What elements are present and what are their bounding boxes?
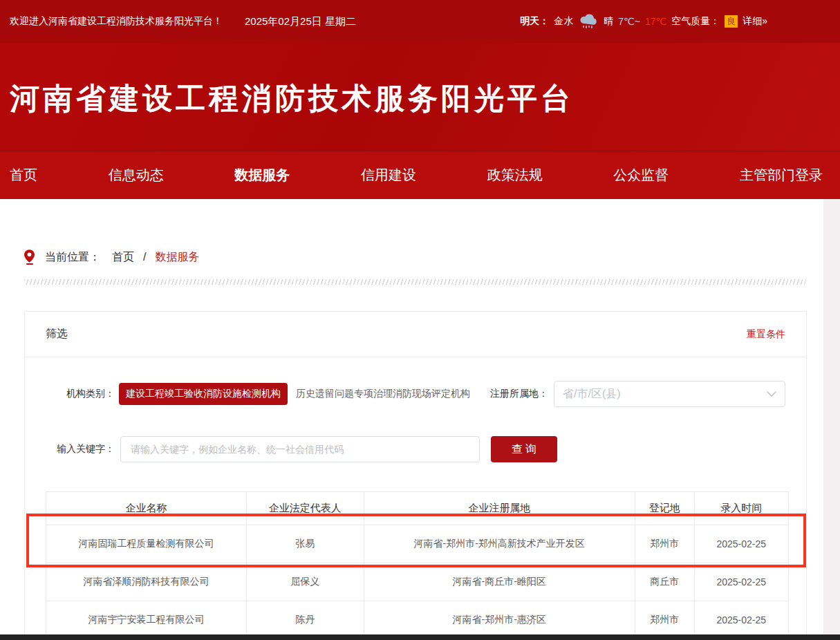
table-cell: 2025-02-25 [694,525,788,563]
column-header: 录入时间 [694,492,788,525]
main-content: 当前位置： 首页 / 数据服务 筛选 重置条件 机构类别： 建设工程竣工验收消防… [0,199,840,634]
nav-item-7[interactable]: 主管部门登录 [740,166,823,185]
table-row: 河南省泽顺消防科技有限公司屈保义河南省-商丘市-睢阳区商丘市2025-02-25 [46,563,789,601]
results-table: 企业名称企业法定代表人企业注册属地登记地录入时间 河南固瑞工程质量检测有限公司张… [46,491,789,634]
aqi-badge: 良 [725,15,738,28]
table-cell: 河南省-郑州市-郑州高新技术产业开发区 [364,525,635,563]
table-cell: 河南省-商丘市-睢阳区 [364,563,635,601]
top-info-bar: 欢迎进入河南省建设工程消防技术服务阳光平台！ 2025年02月25日 星期二 明… [0,0,840,43]
nav-item-3[interactable]: 数据服务 [234,166,290,185]
footer-bar [0,634,840,640]
table-cell: 河南固瑞工程质量检测有限公司 [46,525,247,563]
reset-conditions-link[interactable]: 重置条件 [747,328,785,341]
breadcrumb-label: 当前位置： [45,250,100,265]
keyword-input[interactable] [120,436,480,462]
date-text: 2025年02月25日 星期二 [245,15,356,28]
weather-tomorrow-label: 明天： [520,15,549,28]
table-cell: 2025-02-25 [694,563,788,601]
category-options: 建设工程竣工验收消防设施检测机构历史遗留问题专项治理消防现场评定机构 [115,383,470,405]
weather-detail-link[interactable]: 详细» [743,15,767,28]
nav-item-6[interactable]: 公众监督 [613,166,669,185]
table-row: 河南固瑞工程质量检测有限公司张易河南省-郑州市-郑州高新技术产业开发区郑州市20… [46,525,789,563]
table-header-row: 企业名称企业法定代表人企业注册属地登记地录入时间 [46,492,789,525]
nav-item-5[interactable]: 政策法规 [487,166,543,185]
weather-widget: 明天： 金水 晴 7℃~ 17℃ 空气质量： 良 详细» [520,13,767,30]
filter-card-header: 筛选 重置条件 [25,312,806,357]
category-option-1[interactable]: 建设工程竣工验收消防设施检测机构 [119,383,288,405]
keyword-filter-row: 输入关键字： 查 询 [46,436,785,462]
column-header: 登记地 [635,492,694,525]
welcome-text: 欢迎进入河南省建设工程消防技术服务阳光平台！ [10,15,223,28]
column-header: 企业法定代表人 [246,492,364,525]
category-label: 机构类别： [46,388,115,400]
nav-item-1[interactable]: 首页 [10,166,37,185]
table-cell: 郑州市 [635,525,694,563]
aqi-label: 空气质量： [671,15,720,28]
scrollbar-strip[interactable] [823,199,840,634]
breadcrumb-separator: / [143,251,146,263]
region-select-placeholder: 省/市/区(县) [563,387,621,402]
table-cell: 河南省-郑州市-惠济区 [364,601,635,635]
column-header: 企业名称 [46,492,247,525]
table-cell: 河南省泽顺消防科技有限公司 [46,563,247,601]
chevron-down-icon [767,391,776,397]
site-title: 河南省建设工程消防技术服务阳光平台 [10,79,574,119]
temp-low: 7℃~ [618,16,640,27]
table-row: 河南宇宁安装工程有限公司陈丹河南省-郑州市-惠济区郑州市2025-02-25 [46,601,789,635]
region-select[interactable]: 省/市/区(县) [554,381,785,407]
main-nav: 首页信息动态数据服务信用建设政策法规公众监督主管部门登录 [0,151,840,199]
search-button[interactable]: 查 询 [491,436,557,462]
region-label: 注册所属地： [490,388,548,400]
filter-title: 筛选 [46,327,68,341]
table-cell: 郑州市 [635,601,694,635]
breadcrumb: 当前位置： 首页 / 数据服务 [24,249,199,265]
region-filter-group: 注册所属地： 省/市/区(县) [490,381,785,407]
breadcrumb-current: 数据服务 [155,250,199,265]
site-header: 河南省建设工程消防技术服务阳光平台 [0,43,840,151]
table-cell: 陈丹 [246,601,364,635]
category-option-2[interactable]: 历史遗留问题专项治理消防现场评定机构 [296,388,470,400]
filter-card-body: 机构类别： 建设工程竣工验收消防设施检测机构历史遗留问题专项治理消防现场评定机构… [25,357,806,634]
table-cell: 商丘市 [635,563,694,601]
temp-high: 17℃ [645,16,666,27]
nav-item-2[interactable]: 信息动态 [109,166,164,185]
slash-divider [24,279,807,285]
table-cell: 张易 [246,525,364,563]
table-cell: 河南宇宁安装工程有限公司 [46,601,247,635]
weather-district: 金水 [554,15,573,28]
table-cell: 屈保义 [246,563,364,601]
cloud-drizzle-icon [578,13,599,30]
location-pin-icon [24,250,35,265]
filter-results-card: 筛选 重置条件 机构类别： 建设工程竣工验收消防设施检测机构历史遗留问题专项治理… [24,311,807,634]
table-cell: 2025-02-25 [694,601,788,635]
nav-item-4[interactable]: 信用建设 [361,166,416,185]
keyword-label: 输入关键字： [46,443,115,455]
breadcrumb-home[interactable]: 首页 [112,250,134,265]
weather-condition: 晴 [604,15,613,28]
column-header: 企业注册属地 [364,492,635,525]
category-filter-row: 机构类别： 建设工程竣工验收消防设施检测机构历史遗留问题专项治理消防现场评定机构… [46,381,785,407]
